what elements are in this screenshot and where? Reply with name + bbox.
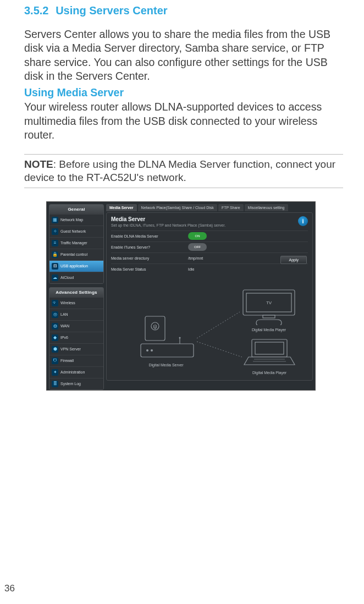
router-screenshot: General ▦Network Map ✧Guest Network ≡Tra… (46, 201, 316, 391)
sidebar-group-general: General ▦Network Map ✧Guest Network ≡Tra… (49, 204, 104, 284)
section-heading: 3.5.2 Using Servers Center (24, 2, 343, 18)
row-media-directory: Media server directory /tmp/mnt (111, 252, 308, 263)
network-map-icon: ▦ (52, 217, 58, 223)
sidebar-item-system-log[interactable]: ≣System Log (49, 378, 103, 389)
paragraph-media-server: Your wireless router allows DLNA-support… (24, 100, 343, 142)
section-title: Using Servers Center (56, 4, 167, 17)
sidebar-item-guest-network[interactable]: ✧Guest Network (49, 226, 103, 237)
wan-icon: ◍ (52, 323, 58, 330)
sidebar-item-network-map[interactable]: ▦Network Map (49, 214, 103, 226)
dlna-diagram: ψ Digital Media Server (111, 287, 308, 375)
help-icon[interactable]: i (298, 216, 308, 226)
sidebar-item-firewall[interactable]: ⛉Firewall (49, 355, 103, 366)
svg-line-16 (197, 342, 242, 357)
admin-icon: ✦ (52, 369, 58, 376)
note-label: NOTE (24, 158, 53, 170)
tab-bar: Media Server Network Place(Samba) Share … (106, 204, 313, 211)
toggle-enable-dlna[interactable]: ON (188, 232, 207, 240)
vpn-icon: ⬢ (52, 346, 58, 353)
sidebar-item-wan[interactable]: ◍WAN (49, 320, 103, 332)
traffic-manager-icon: ≡ (52, 240, 58, 246)
panel-title: Media Server (111, 216, 308, 222)
divider (24, 188, 343, 188)
note-text: : Before using the DLNA Media Server fun… (24, 158, 335, 183)
shield-icon: ⛉ (52, 358, 58, 364)
panel-subtitle: Set up the iDLNA, iTunes, FTP and Networ… (111, 223, 308, 227)
sidebar-header-general: General (49, 205, 103, 214)
sidebar-item-wireless[interactable]: ᯤWireless (49, 297, 103, 309)
sidebar-item-usb-application[interactable]: ⊟USB application (49, 260, 103, 272)
tab-media-server[interactable]: Media Server (106, 204, 137, 211)
wifi-icon: ᯤ (52, 300, 58, 306)
sidebar-item-aicloud[interactable]: ☁AiCloud (49, 272, 103, 283)
sidebar-item-lan[interactable]: ◎LAN (49, 309, 103, 320)
diagram-connections (111, 287, 309, 375)
divider (24, 154, 343, 155)
sidebar: General ▦Network Map ✧Guest Network ≡Tra… (49, 204, 104, 388)
row-enable-dlna: Enable DLNA Media Server ON (111, 230, 308, 241)
sidebar-item-traffic-manager[interactable]: ≡Traffic Manager (49, 237, 103, 249)
sidebar-header-advanced: Advanced Settings (49, 288, 103, 297)
sidebar-item-administration[interactable]: ✦Administration (49, 366, 103, 378)
svg-line-15 (197, 312, 240, 338)
row-media-status: Media Server Status Idle (111, 263, 308, 274)
label-enable-dlna: Enable DLNA Media Server (111, 234, 188, 238)
sidebar-group-advanced: Advanced Settings ᯤWireless ◎LAN ◍WAN ◆I… (49, 287, 104, 390)
label-enable-itunes: Enable iTunes Server? (111, 245, 188, 249)
sidebar-item-parental-control[interactable]: 🔒Parental control (49, 249, 103, 260)
settings-panel: i Media Server Set up the iDLNA, iTunes,… (106, 212, 313, 381)
note-block: NOTE: Before using the DLNA Media Server… (24, 158, 343, 184)
tab-ftp-share[interactable]: FTP Share (218, 204, 244, 211)
page-number: 36 (4, 583, 15, 594)
usb-icon: ⊟ (52, 263, 58, 270)
apply-button[interactable]: Apply (280, 256, 307, 264)
row-enable-itunes: Enable iTunes Server? OFF (111, 241, 308, 252)
subheading-media-server: Using Media Server (24, 86, 343, 99)
value-media-status: Idle (188, 267, 194, 271)
label-media-directory: Media server directory (111, 256, 188, 260)
ipv6-icon: ◆ (52, 334, 58, 341)
value-media-directory: /tmp/mnt (188, 256, 203, 260)
lock-icon: 🔒 (52, 251, 58, 258)
label-media-status: Media Server Status (111, 267, 188, 271)
tab-samba-share[interactable]: Network Place(Samba) Share / Cloud Disk (138, 204, 217, 211)
sidebar-item-ipv6[interactable]: ◆IPv6 (49, 332, 103, 343)
sidebar-item-vpn-server[interactable]: ⬢VPN Server (49, 343, 103, 355)
paragraph-intro: Servers Center allows you to share the m… (24, 28, 343, 83)
guest-network-icon: ✧ (52, 228, 58, 235)
tab-misc-setting[interactable]: Miscellaneous setting (245, 204, 288, 211)
cloud-icon: ☁ (52, 274, 58, 281)
section-number: 3.5.2 (24, 4, 48, 17)
main-panel: Media Server Network Place(Samba) Share … (106, 204, 313, 388)
lan-icon: ◎ (52, 311, 58, 318)
log-icon: ≣ (52, 381, 58, 387)
toggle-enable-itunes[interactable]: OFF (188, 243, 207, 251)
